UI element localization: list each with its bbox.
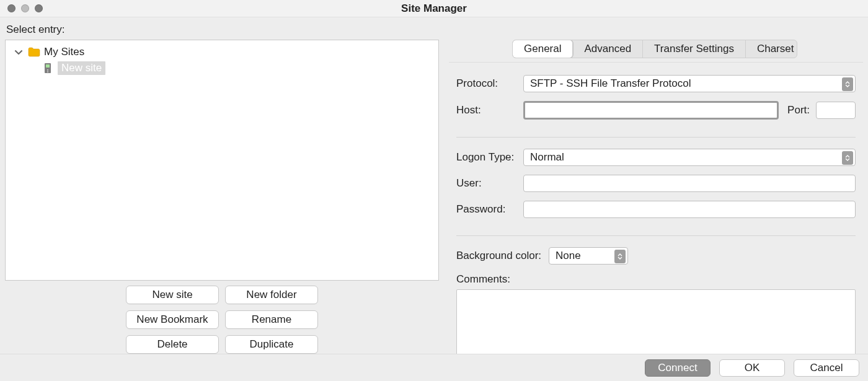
updown-icon (614, 250, 626, 263)
divider (456, 137, 856, 138)
tab-charset[interactable]: Charset (746, 40, 797, 58)
server-icon (43, 63, 53, 74)
new-bookmark-button[interactable]: New Bookmark (126, 310, 219, 329)
tree-folder-my-sites[interactable]: My Sites (8, 44, 436, 60)
ok-button[interactable]: OK (719, 359, 785, 377)
svg-rect-1 (46, 64, 50, 68)
site-tree[interactable]: My Sites New site (5, 40, 439, 281)
svg-point-2 (47, 69, 48, 71)
new-folder-button[interactable]: New folder (225, 286, 318, 304)
cancel-button[interactable]: Cancel (794, 359, 859, 377)
tab-advanced[interactable]: Advanced (573, 40, 643, 58)
titlebar: Site Manager (0, 0, 868, 17)
password-input[interactable] (523, 201, 856, 218)
window-minimize-icon[interactable] (21, 4, 29, 12)
window-close-icon[interactable] (7, 4, 16, 12)
logon-type-label: Logon Type: (456, 151, 523, 164)
tab-bar: General Advanced Transfer Settings Chars… (512, 40, 797, 58)
folder-icon (28, 47, 40, 57)
rename-button[interactable]: Rename (225, 310, 318, 329)
background-color-value: None (556, 250, 581, 262)
tab-transfer[interactable]: Transfer Settings (643, 40, 746, 58)
select-entry-label: Select entry: (0, 17, 868, 40)
comments-textarea[interactable] (456, 289, 856, 354)
window-zoom-icon[interactable] (35, 4, 43, 12)
updown-icon (842, 77, 853, 91)
tab-general[interactable]: General (513, 40, 573, 58)
logon-type-select[interactable]: Normal (523, 149, 856, 166)
port-input[interactable] (816, 102, 856, 119)
tree-site-label[interactable]: New site (58, 61, 105, 75)
divider (456, 235, 856, 236)
protocol-value: SFTP - SSH File Transfer Protocol (530, 77, 691, 90)
password-label: Password: (456, 203, 523, 216)
duplicate-button[interactable]: Duplicate (225, 335, 318, 354)
user-input[interactable] (523, 175, 856, 192)
host-label: Host: (456, 104, 523, 116)
comments-label: Comments: (456, 273, 856, 286)
background-color-select[interactable]: None (549, 247, 628, 265)
host-input[interactable] (523, 101, 779, 120)
port-label: Port: (787, 104, 810, 116)
protocol-select[interactable]: SFTP - SSH File Transfer Protocol (523, 75, 856, 92)
dialog-footer: Connect OK Cancel (0, 354, 868, 381)
svg-point-3 (47, 71, 48, 72)
user-label: User: (456, 177, 523, 190)
chevron-down-icon[interactable] (14, 48, 23, 56)
tree-folder-label: My Sites (44, 46, 84, 58)
window-title: Site Manager (0, 2, 868, 15)
background-color-label: Background color: (456, 250, 541, 262)
connect-button[interactable]: Connect (645, 359, 711, 377)
delete-button[interactable]: Delete (126, 335, 219, 354)
protocol-label: Protocol: (456, 77, 523, 90)
tree-site-new-site[interactable]: New site (8, 60, 436, 76)
logon-type-value: Normal (530, 151, 564, 164)
updown-icon (842, 151, 853, 165)
new-site-button[interactable]: New site (126, 286, 219, 304)
